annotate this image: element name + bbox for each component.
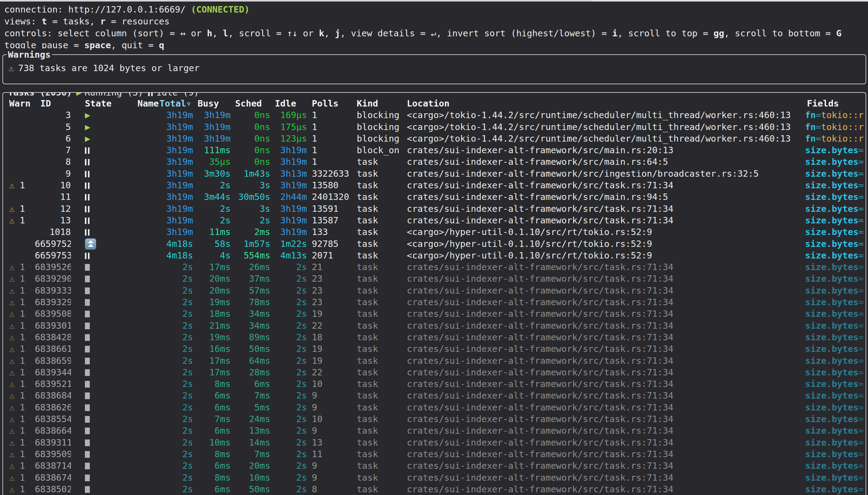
- task-row[interactable]: 1 6839508 2s 18ms 34ms 2s 19 task crates…: [3, 308, 866, 320]
- total-duration: 2s: [160, 483, 193, 495]
- idle-duration: 2s: [270, 437, 307, 448]
- field-key: size.bytes: [805, 262, 858, 272]
- task-row[interactable]: 1 6838661 2s 16ms 50ms 2s 19 task crates…: [3, 343, 866, 355]
- polls-count: 23: [307, 296, 352, 308]
- task-row[interactable]: 7 3h19m 111ms 0ns 3h19m 1 block_on crate…: [3, 144, 866, 156]
- done-state-icon: [85, 381, 90, 388]
- task-row[interactable]: 6659753 4m18s 4s 554ms 4m13s 2071 task <…: [3, 250, 866, 261]
- task-row[interactable]: 6659752 4m18s 58s 1m57s 1m22s 92785 task…: [3, 238, 866, 250]
- idle-duration: 3h19m: [270, 203, 307, 215]
- task-row[interactable]: 1 6839301 2s 21ms 34ms 2s 22 task crates…: [3, 320, 866, 331]
- polls-count: 1: [307, 121, 352, 133]
- idle-duration: 3h19m: [270, 180, 307, 191]
- task-row[interactable]: 1 6839290 2s 20ms 37ms 2s 23 task crates…: [3, 273, 866, 285]
- task-row[interactable]: 1 6839311 2s 10ms 14ms 2s 13 task crates…: [3, 437, 866, 448]
- total-duration: 3h19m: [160, 109, 193, 121]
- connection-line: connection: http://127.0.0.1:6669/ (CONN…: [4, 4, 868, 16]
- task-row[interactable]: 1 12 3h19m 2s 3s 3h19m 13591 task crates…: [3, 203, 866, 215]
- polls-count: 9: [307, 402, 352, 413]
- task-row[interactable]: 5 3h19m 3h19m 0ns 175µs 1 blocking <carg…: [3, 121, 866, 133]
- idle-pause-icon: [148, 92, 153, 96]
- idle-state-icon: [85, 229, 89, 236]
- column-header-id[interactable]: ID: [35, 98, 71, 109]
- field-equals: =: [858, 356, 864, 366]
- field-key: size.bytes: [805, 437, 858, 448]
- warn-cell: [9, 109, 35, 121]
- task-row[interactable]: 1 6839509 2s 8ms 7ms 2s 11 task crates/s…: [3, 448, 866, 460]
- warning-triangle-icon: [9, 367, 14, 377]
- fields-cell: size.bytes=: [802, 156, 866, 168]
- column-header-fields[interactable]: Fields: [802, 98, 866, 109]
- task-id: 6838428: [35, 331, 71, 343]
- task-row[interactable]: 1 6839329 2s 19ms 78ms 2s 23 task crates…: [3, 296, 866, 308]
- fields-cell: size.bytes=: [802, 402, 866, 413]
- done-state-icon: [85, 428, 90, 434]
- state-cell: [71, 472, 129, 483]
- column-header-busy[interactable]: Busy: [193, 98, 231, 109]
- task-row[interactable]: 1 6838664 2s 6ms 13ms 2s 9 task crates/s…: [3, 425, 866, 437]
- task-row[interactable]: 1 6838554 2s 7ms 24ms 2s 10 task crates/…: [3, 413, 866, 425]
- task-row[interactable]: 1 6838626 2s 6ms 5ms 2s 9 task crates/su…: [3, 402, 866, 413]
- task-row[interactable]: 8 3h19m 35µs 0ns 3h19m 1 task crates/sui…: [3, 156, 866, 168]
- task-row[interactable]: 3 3h19m 3h19m 0ns 169µs 1 blocking <carg…: [3, 109, 866, 121]
- task-row[interactable]: 1 6839526 2s 17ms 26ms 2s 21 task crates…: [3, 261, 866, 273]
- column-header-state[interactable]: State: [71, 98, 129, 109]
- done-state-icon: [85, 463, 90, 470]
- tasks-panel: Tasks (2056)Running (3)Idle (9) Warn ID …: [2, 92, 866, 495]
- busy-duration: 58s: [193, 238, 231, 250]
- column-header-location[interactable]: Location: [402, 98, 802, 109]
- warning-triangle-icon: [9, 437, 14, 448]
- field-key: fn: [805, 122, 816, 132]
- text-segment: h: [207, 28, 212, 38]
- task-row[interactable]: 6 3h19m 3h19m 0ns 123µs 1 blocking <carg…: [3, 133, 866, 144]
- task-row[interactable]: 1 6838714 2s 6ms 20ms 2s 9 task crates/s…: [3, 460, 866, 472]
- column-header-kind[interactable]: Kind: [352, 98, 402, 109]
- polls-count: 13591: [307, 203, 352, 215]
- field-key: size.bytes: [805, 321, 858, 331]
- field-equals: =: [816, 122, 821, 132]
- task-row[interactable]: 1018 3h19m 11ms 2ms 3h19m 133 task <carg…: [3, 226, 866, 238]
- task-row[interactable]: 1 6838428 2s 19ms 89ms 2s 18 task crates…: [3, 331, 866, 343]
- column-header-total-sorted[interactable]: Total: [160, 98, 193, 109]
- state-cell: [71, 133, 129, 144]
- task-row[interactable]: 11 3h19m 3m44s 30m50s 2h44m 2401320 task…: [3, 191, 866, 203]
- column-header-warn[interactable]: Warn: [9, 98, 35, 109]
- field-equals: =: [858, 437, 864, 448]
- sched-duration: 6ms: [231, 378, 270, 390]
- total-duration: 3h19m: [160, 133, 193, 144]
- total-duration: 4m18s: [160, 238, 193, 250]
- polls-count: 11: [307, 448, 352, 460]
- task-name: [129, 425, 160, 437]
- text-segment: views:: [4, 16, 41, 27]
- task-row[interactable]: 1 13 3h19m 2s 2s 3h19m 13587 task crates…: [3, 215, 866, 226]
- column-header-name[interactable]: Name: [129, 98, 160, 109]
- task-name: [129, 296, 160, 308]
- task-row[interactable]: 1 10 3h19m 2s 3s 3h19m 13580 task crates…: [3, 180, 866, 191]
- task-row[interactable]: 1 6838684 2s 6ms 7ms 2s 9 task crates/su…: [3, 390, 866, 401]
- task-row[interactable]: 1 6839333 2s 20ms 57ms 2s 23 task crates…: [3, 285, 866, 296]
- task-row[interactable]: 1 6838659 2s 17ms 64ms 2s 19 task crates…: [3, 355, 866, 366]
- idle-duration: 2s: [270, 285, 307, 296]
- warn-cell: 1: [9, 378, 35, 390]
- task-row[interactable]: 1 6838502 2s 6ms 50ms 2s 8 task crates/s…: [3, 483, 866, 495]
- state-cell: [71, 144, 129, 156]
- total-duration: 2s: [160, 402, 193, 413]
- task-id: 1018: [35, 226, 71, 238]
- column-header-idle[interactable]: Idle: [270, 98, 307, 109]
- warn-cell: 1: [9, 180, 35, 191]
- warn-count: 1: [19, 204, 25, 214]
- field-key: size.bytes: [805, 402, 858, 413]
- task-kind: task: [352, 308, 402, 320]
- column-header-sched[interactable]: Sched: [231, 98, 270, 109]
- total-duration: 2s: [160, 343, 193, 355]
- column-header-polls[interactable]: Polls: [307, 98, 352, 109]
- task-row[interactable]: 1 6838674 2s 8ms 10ms 2s 9 task crates/s…: [3, 472, 866, 483]
- task-row[interactable]: 9 3h19m 3m30s 1m43s 3h13m 3322633 task c…: [3, 168, 866, 180]
- field-equals: =: [858, 321, 864, 331]
- task-row[interactable]: 1 6839344 2s 17ms 28ms 2s 22 task crates…: [3, 366, 866, 378]
- task-kind: task: [352, 343, 402, 355]
- task-row[interactable]: 1 6839521 2s 8ms 6ms 2s 10 task crates/s…: [3, 378, 866, 390]
- sched-duration: 37ms: [231, 273, 270, 285]
- sort-caret-icon: [186, 98, 191, 109]
- field-value: tokio::r: [821, 122, 864, 132]
